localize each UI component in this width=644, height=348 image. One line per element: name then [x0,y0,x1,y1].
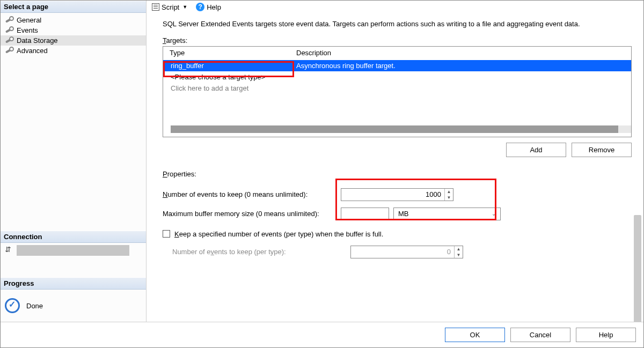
wrench-icon [5,47,13,55]
left-panel: Select a page General Events Data Storag… [1,1,147,322]
sidebar-item-advanced[interactable]: Advanced [1,46,146,56]
server-icon: ⇵ [5,245,14,254]
placeholder-dropdown-text: <Please choose a target type> [171,73,265,81]
select-page-header: Select a page [1,1,146,13]
chevron-down-icon[interactable]: ▼ [445,195,453,201]
help-button[interactable]: ? Help [193,2,224,12]
help-label: Help [207,3,221,11]
sidebar-item-data-storage[interactable]: Data Storage [1,35,146,46]
script-dropdown[interactable]: Script ▼ [149,2,191,12]
per-type-label: Number of events to keep (per type): [172,248,344,256]
remove-button[interactable]: Remove [572,143,632,157]
chevron-down-icon: ▼ [455,252,463,258]
script-icon [152,3,159,11]
col-type-header: Type [170,49,296,57]
cancel-button[interactable]: Cancel [510,328,570,342]
table-row[interactable]: ring_buffer Asynchronous ring buffer tar… [163,60,631,71]
per-type-input [351,248,454,256]
sidebar-item-general[interactable]: General [1,15,146,25]
chevron-down-icon: ▼ [182,4,187,10]
horizontal-scrollbar[interactable] [171,125,618,134]
chevron-down-icon: ⌄ [492,211,496,217]
targets-table[interactable]: Type Description ring_buffer Asynchronou… [163,46,632,137]
cell-desc: Asynchronous ring buffer target. [296,62,626,70]
max-buffer-label: Maximum buffer memory size (0 means unli… [163,210,334,218]
wrench-icon [5,17,13,24]
col-desc-header: Description [296,49,626,57]
server-name-placeholder [17,245,129,256]
ok-button[interactable]: OK [445,328,505,342]
max-buffer-spinner[interactable] [341,208,389,220]
num-events-spinner[interactable]: ▲▼ [341,188,453,201]
placeholder-add-text: Click here to add a target [171,84,248,92]
progress-header: Progress [1,277,146,290]
per-type-spinner: ▲▼ [350,246,463,258]
num-events-input[interactable] [341,190,444,198]
max-buffer-unit-value: MB [398,210,409,218]
table-row-add-target[interactable]: Click here to add a target [163,83,631,94]
properties-label: Properties: [163,170,632,178]
vertical-scrollbar[interactable] [634,215,641,322]
max-buffer-unit-select[interactable]: MB ⌄ [393,208,501,220]
add-button[interactable]: Add [506,143,566,157]
sidebar-item-label: Events [17,26,38,34]
wrench-icon [5,37,13,45]
num-events-label: Number of events to keep (0 means unlimi… [163,190,334,198]
keep-events-checkbox[interactable] [163,230,170,238]
toolbar: Script ▼ ? Help [147,1,643,13]
targets-table-header: Type Description [163,47,631,60]
chevron-up-icon: ▲ [455,246,463,252]
sidebar-item-label: Data Storage [17,36,58,45]
chevron-up-icon[interactable]: ▲ [445,189,453,195]
targets-label: Targets: [163,36,632,45]
progress-status: Done [26,302,43,310]
spinner-buttons: ▲▼ [454,246,463,258]
sidebar-item-label: Advanced [17,47,48,55]
wrench-icon [5,27,13,34]
right-panel: Script ▼ ? Help SQL Server Extended Even… [147,1,643,322]
connection-header: Connection [1,231,146,243]
script-label: Script [162,3,179,11]
intro-text: SQL Server Extended Events targets store… [163,20,630,29]
sidebar-item-events[interactable]: Events [1,25,146,35]
dialog-footer: OK Cancel Help [1,322,643,347]
cell-type: ring_buffer [171,62,296,70]
sidebar-item-label: General [17,16,41,24]
progress-done-icon [5,298,20,313]
keep-events-label: Keep a specified number of events (per t… [174,230,383,238]
connection-block: ⇵ [1,243,146,277]
help-button[interactable]: Help [576,328,636,342]
help-icon: ? [196,3,204,11]
spinner-buttons[interactable]: ▲▼ [444,189,453,201]
table-row-placeholder-dropdown[interactable]: <Please choose a target type> [163,71,631,83]
